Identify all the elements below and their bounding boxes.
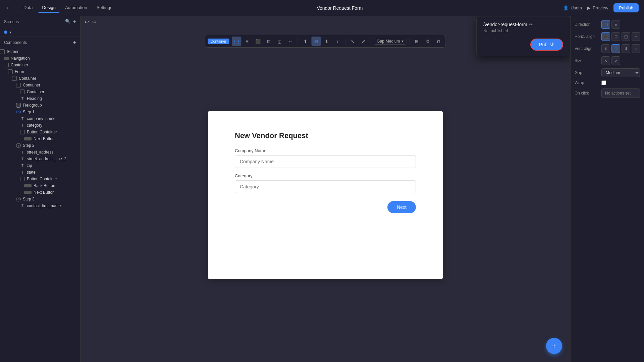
valign-stretch-btn[interactable]: ↕ [333, 37, 342, 46]
btn-icon3 [24, 191, 32, 194]
gap-control[interactable]: Gap Medium ▾ [374, 38, 406, 45]
tree-label: state [27, 170, 36, 175]
align-stretch-btn[interactable]: ↔ [285, 37, 295, 46]
tree-item-navigation[interactable]: Navigation [0, 55, 80, 62]
fab-add-button[interactable]: + [546, 338, 562, 354]
add-component-button[interactable]: + [73, 40, 76, 46]
add-screen-button[interactable]: + [73, 19, 76, 25]
tree-item-btn-container1[interactable]: Button Container [0, 129, 80, 135]
screen-item-root[interactable]: / [0, 27, 80, 37]
tree-item-container[interactable]: Container [0, 62, 80, 68]
publish-popup-button[interactable]: Publish [530, 39, 563, 51]
next-button[interactable]: Next [387, 201, 416, 213]
shrink-btn[interactable]: ⤡ [348, 37, 357, 46]
tab-data[interactable]: Data [19, 3, 37, 13]
edit-route-icon[interactable]: ✏ [529, 22, 533, 27]
field-t-icon7: T [20, 203, 25, 208]
tree-item-step2[interactable]: ⊙ Step 2 [0, 142, 80, 149]
valign-center-btn[interactable]: ⊞ [311, 37, 321, 46]
direction-cols-btn[interactable]: ⋮⋮ [601, 20, 610, 29]
sq-icon [20, 130, 25, 134]
tree-label: Step 2 [23, 143, 35, 148]
tree-item-company-name[interactable]: T company_name [0, 115, 80, 122]
tree-item-contact-fn[interactable]: T contact_first_name [0, 202, 80, 209]
tree-item-back-btn[interactable]: Back Button [0, 182, 80, 189]
valign-bottom-prop-btn[interactable]: ⬇ [622, 44, 630, 53]
layout-rows-btn[interactable]: ≡ [243, 37, 252, 46]
search-icon[interactable]: 🔍 [65, 19, 70, 25]
tree-label: Heading [27, 96, 42, 101]
tab-automation[interactable]: Automation [61, 3, 91, 13]
field-t-icon2: T [20, 123, 25, 128]
tab-design[interactable]: Design [38, 3, 59, 13]
tree-item-step1[interactable]: ⊙ Step 1 [0, 109, 80, 115]
valign-top-prop-btn[interactable]: ⬆ [601, 44, 610, 53]
tree-item-screen[interactable]: Screen [0, 48, 80, 55]
field-t-icon4: T [20, 157, 25, 161]
users-button[interactable]: 👤 Users [563, 5, 582, 10]
tree-item-fieldgroup[interactable]: Fieldgroup [0, 102, 80, 109]
screen-dot [4, 31, 7, 34]
category-input[interactable] [235, 180, 416, 193]
direction-label: Direction [575, 22, 601, 27]
direction-rows-btn[interactable]: ≡ [611, 20, 620, 29]
company-name-input[interactable] [235, 155, 416, 168]
on-click-button[interactable]: No actions set [601, 88, 640, 98]
tree-item-street-address2[interactable]: T street_address_line_2 [0, 156, 80, 162]
users-label: Users [571, 5, 582, 10]
size-shrink-btn[interactable]: ⤡ [601, 56, 610, 65]
undo-button[interactable]: ↩ [85, 19, 89, 25]
tree-item-next-btn2[interactable]: Next Button [0, 189, 80, 196]
tree-item-category[interactable]: T category [0, 122, 80, 129]
tree-item-state[interactable]: T state [0, 169, 80, 176]
right-actions: 👤 Users ▶ Preview Publish [563, 3, 639, 12]
align-left-btn[interactable]: ⬛ [253, 37, 263, 46]
valign-top-btn[interactable]: ⬆ [301, 37, 310, 46]
align-center-btn[interactable]: ⊡ [264, 37, 273, 46]
halign-stretch-btn[interactable]: ↔ [632, 32, 640, 41]
tree-item-heading[interactable]: T Heading [0, 95, 80, 102]
halign-center-btn[interactable]: ⊡ [611, 32, 620, 41]
container-icon4 [20, 89, 25, 94]
tree-item-btn-container2[interactable]: Button Container [0, 176, 80, 182]
size-expand-btn[interactable]: ⤢ [611, 56, 620, 65]
align-right-btn[interactable]: ◱ [275, 37, 284, 46]
tree-item-container2[interactable]: Container [0, 75, 80, 82]
valign-bottom-btn[interactable]: ⬇ [322, 37, 331, 46]
horiz-align-row: Horiz. align ⬛ ⊡ ◱ ↔ [575, 32, 640, 41]
sep1 [298, 38, 298, 45]
size-label: Size [575, 58, 601, 63]
tree-item-step3[interactable]: ⊙ Step 3 [0, 196, 80, 202]
publish-popup: /vendor-request-form ✏ Not published Pub… [476, 16, 570, 56]
halign-start-btn[interactable]: ⬛ [601, 32, 610, 41]
tree-item-container3[interactable]: Container [0, 82, 80, 88]
wrap-checkbox[interactable] [601, 80, 606, 85]
screen-icon [0, 49, 5, 54]
tab-settings[interactable]: Settings [93, 3, 116, 13]
tree-item-form[interactable]: Form [0, 68, 80, 75]
duplicate-btn[interactable]: ⧉ [423, 37, 432, 46]
tree-label: Screen [7, 49, 19, 54]
preview-button[interactable]: ▶ Preview [587, 5, 608, 10]
tree-item-next-btn1[interactable]: Next Button [0, 135, 80, 142]
publish-button-top[interactable]: Publish [613, 3, 639, 12]
grid-btn[interactable]: ⊞ [412, 37, 422, 46]
valign-center-prop-btn[interactable]: ⊞ [611, 44, 620, 53]
direction-row: Direction ⋮⋮ ≡ [575, 20, 640, 29]
form-field-company: Company Name [235, 148, 416, 168]
tree-item-container4[interactable]: Container [0, 88, 80, 95]
redo-button[interactable]: ↪ [92, 19, 96, 25]
layout-cols-btn[interactable]: ⋮⋮ [232, 37, 241, 46]
tree-item-street-address[interactable]: T street_address [0, 149, 80, 156]
nav-icon [4, 57, 9, 60]
horiz-align-controls: ⬛ ⊡ ◱ ↔ [601, 32, 640, 41]
tree-label: contact_first_name [27, 203, 61, 208]
halign-end-btn[interactable]: ◱ [622, 32, 630, 41]
size-controls: ⤡ ⤢ [601, 56, 620, 65]
expand-btn[interactable]: ⤢ [359, 37, 368, 46]
valign-stretch-prop-btn[interactable]: ↕ [632, 44, 640, 53]
tree-item-zip[interactable]: T zip [0, 162, 80, 169]
gap-select[interactable]: Medium [601, 68, 640, 77]
delete-btn[interactable]: 🗑 [434, 37, 443, 46]
back-button[interactable]: ← [5, 4, 11, 11]
